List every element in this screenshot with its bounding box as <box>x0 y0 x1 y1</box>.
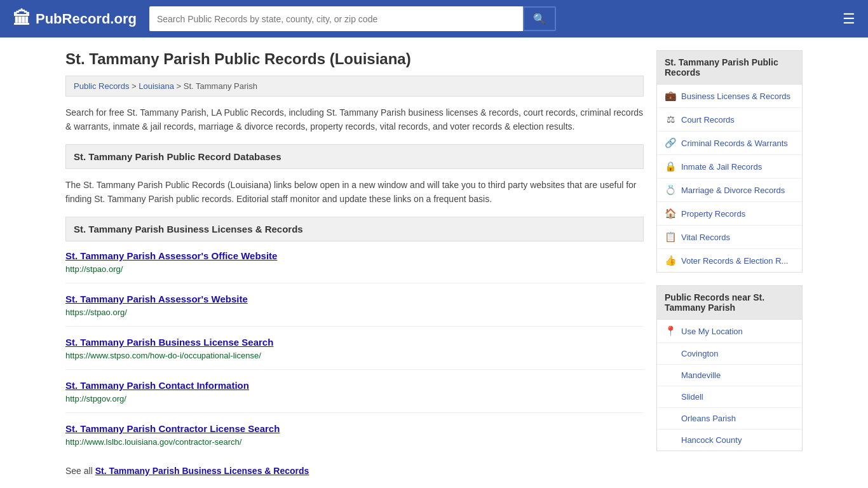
hamburger-icon: ☰ <box>843 11 855 27</box>
record-icon: 🔗 <box>665 137 676 149</box>
record-link-title[interactable]: St. Tammany Parish Contractor License Se… <box>65 423 644 434</box>
breadcrumb-current: St. Tammany Parish <box>184 81 257 91</box>
record-link-block: St. Tammany Parish Assessor's Website ht… <box>65 294 644 327</box>
see-all: See all St. Tammany Parish Business Lice… <box>65 466 644 476</box>
sidebar-record-item: 👍 Voter Records & Election R... <box>657 249 802 272</box>
nearby-label: Orleans Parish <box>681 414 736 423</box>
databases-description: The St. Tammany Parish Public Records (L… <box>65 178 644 207</box>
sidebar-record-link[interactable]: 💼 Business Licenses & Records <box>657 85 802 107</box>
sidebar-record-item: 🏠 Property Records <box>657 202 802 226</box>
record-icon: 👍 <box>665 255 676 266</box>
sidebar-record-item: 🔒 Inmate & Jail Records <box>657 155 802 179</box>
sidebar-record-label: Vital Records <box>681 233 730 242</box>
nearby-link[interactable]: Mandeville <box>657 365 802 386</box>
sidebar-record-link[interactable]: 🔗 Criminal Records & Warrants <box>657 132 802 154</box>
sidebar-record-label: Property Records <box>681 209 745 219</box>
record-link-url[interactable]: http://stpgov.org/ <box>65 394 126 403</box>
search-button[interactable]: 🔍 <box>523 6 556 31</box>
nearby-item: 📍 Use My Location <box>657 320 802 343</box>
nearby-item: Mandeville <box>657 365 802 386</box>
sidebar-record-label: Marriage & Divorce Records <box>681 186 785 195</box>
sidebar-record-link[interactable]: 🏠 Property Records <box>657 202 802 225</box>
sidebar-record-item: 💍 Marriage & Divorce Records <box>657 179 802 202</box>
nearby-label: Use My Location <box>681 327 743 336</box>
nearby-link[interactable]: Orleans Parish <box>657 408 802 429</box>
sidebar: St. Tammany Parish Public Records 💼 Busi… <box>656 50 803 476</box>
record-link-url[interactable]: http://www.lslbc.louisiana.gov/contracto… <box>65 437 241 447</box>
record-link-url[interactable]: https://www.stpso.com/how-do-i/occupatio… <box>65 351 261 360</box>
sidebar-record-link[interactable]: 👍 Voter Records & Election R... <box>657 249 802 272</box>
main-container: St. Tammany Parish Public Records (Louis… <box>53 37 815 488</box>
sidebar-public-records-title: St. Tammany Parish Public Records <box>656 50 803 85</box>
sidebar-record-link[interactable]: 💍 Marriage & Divorce Records <box>657 179 802 201</box>
logo-icon: 🏛 <box>13 8 31 29</box>
nearby-label: Slidell <box>681 392 703 402</box>
record-link-title[interactable]: St. Tammany Parish Assessor's Office Web… <box>65 250 644 261</box>
nearby-link[interactable]: 📍 Use My Location <box>657 320 802 342</box>
sidebar-nearby-title: Public Records near St. Tammany Parish <box>656 285 803 320</box>
search-input[interactable] <box>149 6 523 31</box>
sidebar-record-item: 📋 Vital Records <box>657 226 802 249</box>
sidebar-record-link[interactable]: ⚖ Court Records <box>657 108 802 131</box>
logo-text: PubRecord.org <box>36 11 137 27</box>
content-area: St. Tammany Parish Public Records (Louis… <box>65 50 644 476</box>
sidebar-record-label: Court Records <box>681 115 735 125</box>
sidebar-record-label: Criminal Records & Warrants <box>681 139 788 148</box>
record-link-title[interactable]: St. Tammany Parish Contact Information <box>65 380 644 391</box>
sidebar-record-link[interactable]: 📋 Vital Records <box>657 226 802 248</box>
record-icon: 🏠 <box>665 208 676 219</box>
record-link-block: St. Tammany Parish Assessor's Office Web… <box>65 250 644 283</box>
page-title: St. Tammany Parish Public Records (Louis… <box>65 50 644 68</box>
sidebar-record-item: 💼 Business Licenses & Records <box>657 85 802 108</box>
business-section-header: St. Tammany Parish Business Licenses & R… <box>65 217 644 241</box>
nearby-item: Covington <box>657 343 802 365</box>
nearby-link[interactable]: Slidell <box>657 386 802 407</box>
nearby-icon: 📍 <box>665 325 676 337</box>
sidebar-record-label: Business Licenses & Records <box>681 92 790 101</box>
record-icon: ⚖ <box>665 114 676 125</box>
records-list: St. Tammany Parish Assessor's Office Web… <box>65 250 644 456</box>
nearby-item: Slidell <box>657 386 802 408</box>
hamburger-button[interactable]: ☰ <box>843 11 855 27</box>
search-icon: 🔍 <box>533 13 546 24</box>
record-link-url[interactable]: http://stpao.org/ <box>65 264 123 274</box>
record-link-block: St. Tammany Parish Business License Sear… <box>65 337 644 370</box>
record-icon: 📋 <box>665 231 676 243</box>
intro-text: Search for free St. Tammany Parish, LA P… <box>65 105 644 134</box>
record-link-block: St. Tammany Parish Contact Information h… <box>65 380 644 413</box>
databases-section-header: St. Tammany Parish Public Record Databas… <box>65 144 644 169</box>
nearby-link[interactable]: Covington <box>657 343 802 364</box>
record-icon: 💼 <box>665 90 676 102</box>
nearby-item: Hancock County <box>657 430 802 451</box>
record-icon: 💍 <box>665 184 676 196</box>
sidebar-record-label: Voter Records & Election R... <box>681 256 788 266</box>
sidebar-nearby-list: 📍 Use My Location Covington Mandeville S… <box>656 320 803 451</box>
header: 🏛 PubRecord.org 🔍 ☰ <box>0 0 868 37</box>
sidebar-public-records-list: 💼 Business Licenses & Records ⚖ Court Re… <box>656 85 803 273</box>
record-link-title[interactable]: St. Tammany Parish Business License Sear… <box>65 337 644 348</box>
record-icon: 🔒 <box>665 161 676 172</box>
breadcrumb: Public Records > Louisiana > St. Tammany… <box>65 76 644 97</box>
sidebar-record-link[interactable]: 🔒 Inmate & Jail Records <box>657 155 802 178</box>
see-all-link[interactable]: St. Tammany Parish Business Licenses & R… <box>95 466 309 476</box>
nearby-item: Orleans Parish <box>657 408 802 430</box>
search-bar: 🔍 <box>149 6 556 31</box>
nearby-label: Covington <box>681 349 719 358</box>
nearby-label: Hancock County <box>681 435 742 445</box>
nearby-label: Mandeville <box>681 370 721 380</box>
breadcrumb-louisiana[interactable]: Louisiana <box>139 81 174 91</box>
logo-link[interactable]: 🏛 PubRecord.org <box>13 8 137 29</box>
breadcrumb-public-records[interactable]: Public Records <box>74 81 129 91</box>
record-link-url[interactable]: https://stpao.org/ <box>65 308 127 317</box>
sidebar-record-label: Inmate & Jail Records <box>681 162 762 172</box>
record-link-title[interactable]: St. Tammany Parish Assessor's Website <box>65 294 644 304</box>
record-link-block: St. Tammany Parish Contractor License Se… <box>65 423 644 456</box>
sidebar-record-item: 🔗 Criminal Records & Warrants <box>657 132 802 155</box>
sidebar-record-item: ⚖ Court Records <box>657 108 802 132</box>
nearby-link[interactable]: Hancock County <box>657 430 802 451</box>
